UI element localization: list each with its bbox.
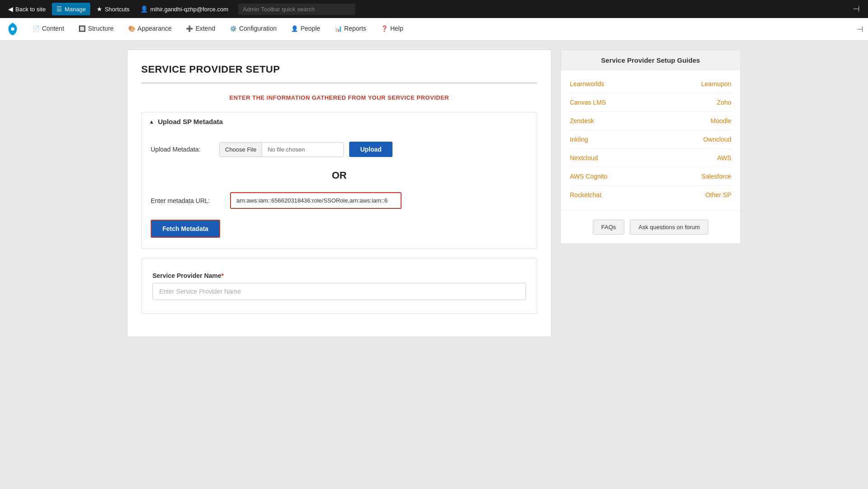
metadata-url-input[interactable] <box>230 192 402 209</box>
sp-field-label: Service Provider Name* <box>152 272 526 279</box>
configuration-icon: ⚙️ <box>230 25 237 32</box>
sidebar-toggle-icon[interactable]: ⊣ <box>848 4 864 14</box>
nav-help[interactable]: ❓ Help <box>374 18 411 41</box>
main-panel: SERVICE PROVIDER SETUP ENTER THE INFORMA… <box>127 50 551 337</box>
sp-name-section: Service Provider Name* <box>141 258 537 314</box>
shortcuts-btn[interactable]: ★ Shortcuts <box>92 3 134 15</box>
appearance-icon: 🎨 <box>128 25 135 32</box>
nav-configuration[interactable]: ⚙️ Configuration <box>222 18 284 41</box>
file-input-wrapper: Choose File No file chosen <box>219 142 344 157</box>
toolbar-right: ⊣ <box>848 4 864 14</box>
sidebar-box: Service Provider Setup Guides Learnworld… <box>560 50 741 244</box>
sidebar-link-left[interactable]: Nextcloud <box>570 154 598 161</box>
nav-extend-label: Extend <box>195 25 215 32</box>
back-to-site-btn[interactable]: ◀ Back to site <box>4 3 50 15</box>
sidebar-link-left[interactable]: Rocketchat <box>570 191 601 198</box>
info-banner: ENTER THE INFORMATION GATHERED FROM YOUR… <box>141 94 537 101</box>
sidebar-link-row: AWS CognitoSalesforce <box>570 167 731 186</box>
back-arrow-icon: ◀ <box>8 5 13 13</box>
ask-forum-button[interactable]: Ask questions on forum <box>630 220 708 235</box>
nav-reports[interactable]: 📊 Reports <box>328 18 374 41</box>
metadata-url-row: Enter metadata URL: <box>151 192 528 209</box>
nav-people-label: People <box>300 25 320 32</box>
page-title: SERVICE PROVIDER SETUP <box>141 64 537 75</box>
sidebar-link-left[interactable]: Learnworlds <box>570 80 604 88</box>
user-btn[interactable]: 👤 mihir.gandhi-qzhp@force.com <box>136 3 233 15</box>
sidebar-link-left[interactable]: Inkling <box>570 136 588 143</box>
toolbar-search[interactable] <box>238 4 356 15</box>
admin-toolbar: ◀ Back to site ☰ Manage ★ Shortcuts 👤 mi… <box>0 0 868 18</box>
sidebar-link-right[interactable]: Owncloud <box>703 136 731 143</box>
upload-section-header[interactable]: ▲ Upload SP Metadata <box>142 112 537 131</box>
nav-appearance[interactable]: 🎨 Appearance <box>121 18 179 41</box>
drupal-nav: 📄 Content 🔲 Structure 🎨 Appearance ➕ Ext… <box>0 18 868 41</box>
sidebar-link-row: RocketchatOther SP <box>570 186 731 204</box>
sidebar-link-right[interactable]: Other SP <box>705 191 731 198</box>
nav-appearance-label: Appearance <box>138 25 172 32</box>
nav-extend[interactable]: ➕ Extend <box>179 18 222 41</box>
star-icon: ★ <box>97 5 102 13</box>
back-to-site-label: Back to site <box>15 6 46 13</box>
sidebar-link-right[interactable]: Salesforce <box>702 173 731 180</box>
sidebar-link-right[interactable]: Learnupon <box>701 80 731 88</box>
drupal-logo[interactable] <box>5 21 21 37</box>
upload-section-title: Upload SP Metadata <box>158 118 223 125</box>
sidebar-links: LearnworldsLearnuponCanvas LMSZohoZendes… <box>561 70 740 208</box>
sidebar-link-row: NextcloudAWS <box>570 149 731 167</box>
sidebar-link-row: LearnworldsLearnupon <box>570 75 731 93</box>
sidebar-link-row: ZendeskMoodle <box>570 112 731 130</box>
sidebar-link-row: Canvas LMSZoho <box>570 93 731 112</box>
manage-btn[interactable]: ☰ Manage <box>52 3 90 15</box>
nav-reports-label: Reports <box>344 25 366 32</box>
sidebar-link-right[interactable]: Moodle <box>711 117 731 125</box>
file-name-display: No file chosen <box>262 143 343 157</box>
content-icon: 📄 <box>32 25 40 32</box>
nav-structure[interactable]: 🔲 Structure <box>71 18 121 41</box>
sidebar-link-left[interactable]: AWS Cognito <box>570 173 608 180</box>
sidebar-link-left[interactable]: Zendesk <box>570 117 594 125</box>
metadata-url-label: Enter metadata URL: <box>151 197 223 204</box>
nav-help-label: Help <box>390 25 403 32</box>
nav-content[interactable]: 📄 Content <box>25 18 71 41</box>
upload-button[interactable]: Upload <box>349 142 392 157</box>
search-input[interactable] <box>238 4 356 15</box>
sidebar-footer: FAQsAsk questions on forum <box>561 210 740 244</box>
sidebar-link-row: InklingOwncloud <box>570 130 731 149</box>
shortcuts-label: Shortcuts <box>105 6 129 13</box>
sidebar-link-right[interactable]: AWS <box>717 154 731 161</box>
choose-file-button[interactable]: Choose File <box>220 143 262 157</box>
chevron-up-icon: ▲ <box>149 119 154 125</box>
upload-metadata-label: Upload Metadata: <box>151 146 214 153</box>
extend-icon: ➕ <box>186 25 193 32</box>
manage-icon: ☰ <box>56 5 62 13</box>
sidebar-link-right[interactable]: Zoho <box>717 99 731 106</box>
help-icon: ❓ <box>381 25 388 32</box>
nav-people[interactable]: 👤 People <box>284 18 328 41</box>
sp-name-input[interactable] <box>152 283 526 300</box>
nav-content-label: Content <box>42 25 64 32</box>
upload-section-box: ▲ Upload SP Metadata Upload Metadata: Ch… <box>141 112 537 249</box>
title-divider <box>141 83 537 83</box>
sidebar-panel: Service Provider Setup Guides Learnworld… <box>560 50 741 337</box>
manage-label: Manage <box>65 6 86 13</box>
upload-metadata-row: Upload Metadata: Choose File No file cho… <box>151 142 528 157</box>
nav-configuration-label: Configuration <box>239 25 277 32</box>
sidebar-link-left[interactable]: Canvas LMS <box>570 99 606 106</box>
nav-sidebar-toggle[interactable]: ⊣ <box>856 24 868 34</box>
or-divider: OR <box>151 170 528 181</box>
page-content: SERVICE PROVIDER SETUP ENTER THE INFORMA… <box>118 41 750 346</box>
reports-icon: 📊 <box>335 25 342 32</box>
structure-icon: 🔲 <box>78 25 86 32</box>
sidebar-box-header: Service Provider Setup Guides <box>561 50 740 70</box>
user-label: mihir.gandhi-qzhp@force.com <box>150 6 228 13</box>
user-icon: 👤 <box>140 5 148 13</box>
fetch-metadata-button[interactable]: Fetch Metadata <box>151 220 220 238</box>
upload-section-body: Upload Metadata: Choose File No file cho… <box>142 131 537 249</box>
required-asterisk: * <box>222 272 224 279</box>
faqs-button[interactable]: FAQs <box>593 220 625 235</box>
nav-structure-label: Structure <box>88 25 114 32</box>
people-icon: 👤 <box>291 25 298 32</box>
